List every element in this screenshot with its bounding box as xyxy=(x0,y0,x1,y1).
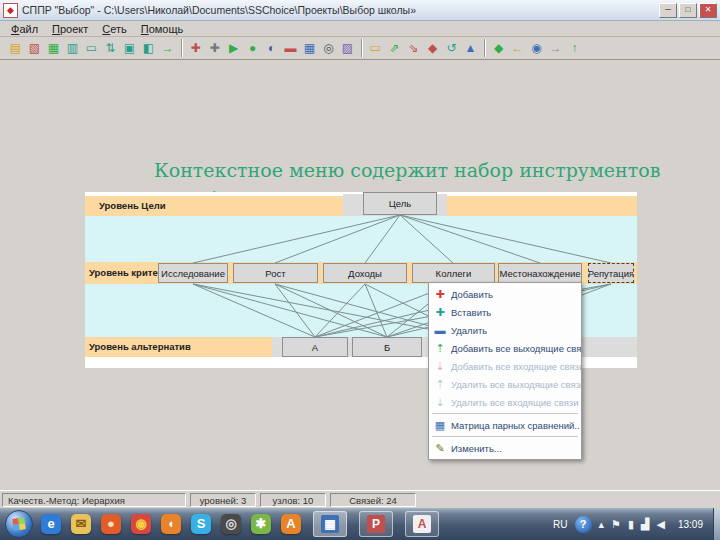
context-menu-item-label: Добавить все входящие связи xyxy=(451,361,581,372)
document-window-button-glyph: A xyxy=(413,515,431,533)
taskbar-icons: e✉●◉◖S◎✱А▦PA xyxy=(41,511,439,537)
redo-icon[interactable]: → xyxy=(546,38,565,58)
help-tray-icon[interactable]: ? xyxy=(575,516,592,533)
menu-item-3[interactable]: Сеть xyxy=(95,23,133,35)
maximize-button[interactable]: □ xyxy=(679,3,697,18)
show-desktop-button[interactable] xyxy=(713,508,720,540)
save-all-icon[interactable]: ▥ xyxy=(63,38,82,58)
system-tray: RU ? ▴⚑▮▟◀ 13:09 xyxy=(553,516,707,533)
context-menu-item-label: Добавить xyxy=(451,289,493,300)
add-outgoing-links-icon: ⇡ xyxy=(429,342,451,355)
translator-icon[interactable]: А xyxy=(281,514,301,534)
open-project-icon[interactable]: ▧ xyxy=(25,38,44,58)
speaker-icon[interactable]: ◀ xyxy=(657,518,665,531)
status-bar: Качеств.-Метод: Иерархияуровней: 3узлов:… xyxy=(0,490,720,508)
criteria-node-3[interactable]: Доходы xyxy=(323,263,407,283)
firefox-icon[interactable]: ◖ xyxy=(161,514,181,534)
matrix-icon[interactable]: ▦ xyxy=(300,38,319,58)
context-menu-item-label: Изменить... xyxy=(451,443,502,454)
criteria-node-2[interactable]: Рост xyxy=(233,263,318,283)
relations-icon[interactable]: ◆ xyxy=(423,38,442,58)
print-icon[interactable]: ▭ xyxy=(82,38,101,58)
user-icon[interactable]: ▲ xyxy=(461,38,480,58)
minimize-button[interactable]: ─ xyxy=(659,3,677,18)
camera-icon[interactable]: ◎ xyxy=(221,514,241,534)
context-menu-item-label: Вставить xyxy=(451,307,491,318)
context-menu-item-9[interactable]: ▦Матрица парных сравнений.. xyxy=(429,416,581,434)
new-project-icon[interactable]: ▤ xyxy=(6,38,25,58)
alternative-node-2[interactable]: Б xyxy=(352,337,422,357)
ruler-icon[interactable]: ▭ xyxy=(366,38,385,58)
context-menu-item-11[interactable]: ✎Изменить... xyxy=(429,439,581,457)
criteria-node-5[interactable]: Местонахождение xyxy=(498,263,582,283)
network-signal-icon[interactable]: ▟ xyxy=(641,518,649,531)
sppr-vybor-window-button-glyph: ▦ xyxy=(321,515,339,533)
context-menu-item-3[interactable]: ▬Удалить xyxy=(429,321,581,339)
context-menu-item-7[interactable]: ⇣Удалить все входящие связи xyxy=(429,393,581,411)
taskbar-clock[interactable]: 13:09 xyxy=(678,519,703,530)
language-indicator[interactable]: RU xyxy=(553,519,567,530)
copy-icon[interactable]: ▣ xyxy=(120,38,139,58)
context-menu-item-2[interactable]: ✚Вставить xyxy=(429,303,581,321)
criteria-node-4[interactable]: Коллеги xyxy=(412,263,495,283)
zoom-in-icon[interactable]: ◉ xyxy=(527,38,546,58)
context-menu-item-label: Удалить xyxy=(451,325,487,336)
remove-outgoing-links-icon: ⇡ xyxy=(429,378,451,391)
refresh-icon[interactable]: ↺ xyxy=(442,38,461,58)
skype-icon[interactable]: S xyxy=(191,514,211,534)
criteria-node-1[interactable]: Исследование xyxy=(158,263,228,283)
settings-icon[interactable]: ◧ xyxy=(139,38,158,58)
run-icon[interactable]: ▶ xyxy=(224,38,243,58)
goal-node[interactable]: Цель xyxy=(363,192,437,215)
add-node-icon[interactable]: ✚ xyxy=(186,38,205,58)
toolbar-separator xyxy=(484,39,485,57)
undo-icon[interactable]: ← xyxy=(508,38,527,58)
delete-node-icon[interactable]: ▬ xyxy=(281,38,300,58)
remove-link-icon[interactable]: ⇘ xyxy=(404,38,423,58)
menu-item-2[interactable]: Проект xyxy=(45,23,95,35)
context-menu-item-4[interactable]: ⇡Добавить все выходящие связи xyxy=(429,339,581,357)
sppr-vybor-window-button[interactable]: ▦ xyxy=(313,511,347,537)
media-player-icon[interactable]: ● xyxy=(101,514,121,534)
statusbar-segment-1: Качеств.-Метод: Иерархия xyxy=(2,493,186,507)
alternative-node-1[interactable]: А xyxy=(282,337,348,357)
criteria-node-6[interactable]: Репутация xyxy=(588,263,634,283)
menu-item-4[interactable]: Помощь xyxy=(134,23,191,35)
edit-icon: ✎ xyxy=(429,442,451,455)
person-icon[interactable]: ● xyxy=(243,38,262,58)
context-menu-item-5[interactable]: ⇣Добавить все входящие связи xyxy=(429,357,581,375)
diamond-icon[interactable]: ◆ xyxy=(489,38,508,58)
powerpoint-window-button[interactable]: P xyxy=(359,511,393,537)
close-button[interactable]: ✕ xyxy=(699,3,717,18)
context-menu-item-label: Удалить все входящие связи xyxy=(451,397,579,408)
export-icon[interactable]: ⇅ xyxy=(101,38,120,58)
internet-explorer-icon[interactable]: e xyxy=(41,514,61,534)
chrome-icon[interactable]: ◉ xyxy=(131,514,151,534)
add-link-icon[interactable]: ⇗ xyxy=(385,38,404,58)
save-icon[interactable]: ▦ xyxy=(44,38,63,58)
report-icon[interactable]: ▨ xyxy=(338,38,357,58)
exit-icon[interactable]: → xyxy=(158,38,177,58)
up-arrow-icon[interactable]: ↑ xyxy=(565,38,584,58)
pie-chart-icon[interactable]: ◐ xyxy=(262,38,281,58)
zoom-icon[interactable]: ◎ xyxy=(319,38,338,58)
toolbar-separator xyxy=(361,39,362,57)
menu-item-1[interactable]: Файл xyxy=(4,23,45,35)
context-menu-item-1[interactable]: ✚Добавить xyxy=(429,285,581,303)
context-menu-item-6[interactable]: ⇡Удалить все выходящие связи xyxy=(429,375,581,393)
start-button[interactable] xyxy=(5,510,33,538)
battery-icon[interactable]: ▮ xyxy=(628,518,634,531)
messenger-icon[interactable]: ✱ xyxy=(251,514,271,534)
insert-icon: ✚ xyxy=(429,306,451,319)
mail-icon[interactable]: ✉ xyxy=(71,514,91,534)
alternatives-level-label: Уровень альтернатив xyxy=(89,337,191,357)
action-center-flag-icon[interactable]: ⚑ xyxy=(611,518,621,531)
insert-node-icon[interactable]: ✚ xyxy=(205,38,224,58)
statusbar-segment-3: узлов: 10 xyxy=(260,493,326,507)
context-menu-separator xyxy=(432,436,578,437)
show-hidden-icons-button[interactable]: ▴ xyxy=(599,518,605,531)
taskbar: e✉●◉◖S◎✱А▦PA RU ? ▴⚑▮▟◀ 13:09 xyxy=(0,508,720,540)
document-window-button[interactable]: A xyxy=(405,511,439,537)
toolbar: ▤▧▦▥▭⇅▣◧→✚✚▶●◐▬▦◎▨▭⇗⇘◆↺▲◆←◉→↑ xyxy=(0,37,720,60)
tray-icons: ▴⚑▮▟◀ xyxy=(599,518,665,531)
